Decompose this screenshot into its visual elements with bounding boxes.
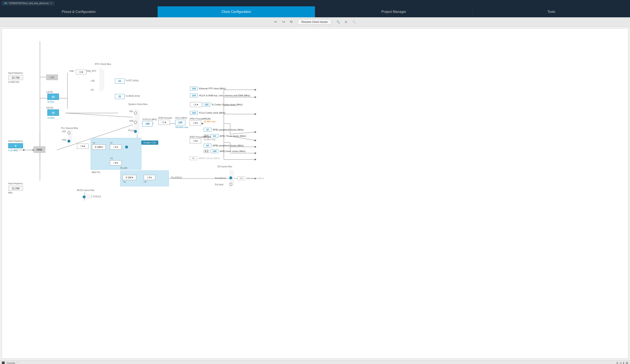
hse-bottom-freq-input[interactable]: 12.288 — [8, 186, 23, 191]
lsi-rc-unit: 32 KHz — [47, 101, 54, 103]
toolbar: ↩ ↪ ↻ Resolve Clock Issues 🔍 ⊡ 🔍 — [0, 17, 630, 27]
pll-n-dropdown[interactable]: X 168 ▾ — [92, 144, 106, 150]
pll-hsi-sel[interactable] — [68, 131, 70, 134]
undo-button[interactable]: ↩ — [274, 20, 277, 24]
lse-input-freq-label: Input frequency — [8, 72, 23, 74]
tab-close-icon[interactable]: ✕ — [50, 2, 52, 5]
sysclk-label: SYSCLK (MHz) — [142, 118, 157, 121]
sysclk-mco-label: SYSCLK — [93, 195, 101, 198]
pll-hse-label: HSE — [62, 139, 66, 141]
fit-button[interactable]: ⊡ — [345, 20, 347, 23]
plli2s-n-label: * N — [122, 181, 126, 183]
clock-48-row: 84 48MHz clocks (MHz) — [190, 156, 220, 160]
console-expand-icon[interactable]: ⌃ — [17, 362, 18, 364]
to-rtc-value: 32 — [115, 79, 124, 84]
main-pll-label: Main PLL — [92, 171, 100, 173]
pll-hse-sel[interactable] — [68, 140, 70, 143]
lsi-rc-block[interactable]: 32 — [47, 94, 59, 100]
layout-icon[interactable]: ⊞ — [626, 361, 628, 364]
mco2-sel[interactable] — [83, 195, 86, 198]
nav-clock[interactable]: Clock Configuration — [158, 6, 315, 17]
hclk-max: 168 MHz max — [175, 126, 188, 128]
hse-sys-label: HSE — [129, 120, 134, 122]
hse-bottom-input-freq-label: Input frequency — [8, 182, 23, 185]
apb2-x2: X 2 — [204, 150, 209, 153]
pll-n-label: * N — [92, 142, 95, 144]
hclk-label: HCLK (MHz) — [175, 117, 187, 119]
zoom-out-button[interactable]: 🔍 — [352, 20, 356, 23]
nav-project[interactable]: Project Manager — [315, 6, 473, 17]
pll-output-sel[interactable] — [125, 146, 128, 148]
console-label[interactable]: Console — [6, 362, 15, 364]
plli2s-r-dropdown[interactable]: / 2 ▾ — [144, 175, 155, 180]
lse-mux-label: LSE — [91, 80, 95, 82]
nav-tools[interactable]: Tools — [473, 6, 630, 17]
apb1-div-dropdown[interactable]: / 4 ▾ — [190, 120, 201, 125]
apb2-peripheral-label: APB2 peripheral clocks (MHz) — [212, 144, 244, 147]
ahb-div-dropdown[interactable]: / 1 ▾ — [158, 120, 170, 125]
lse-freq-input[interactable]: 32.768 — [8, 75, 23, 80]
sys-mux-hse-sel[interactable] — [134, 121, 137, 124]
refresh-button[interactable]: ↻ — [290, 20, 293, 24]
pclk2-label: PCLK2 — [204, 136, 211, 138]
rtc-mux[interactable] — [98, 68, 106, 92]
svg-line-22 — [230, 132, 256, 134]
pll-q-dropdown[interactable]: / 4 ▾ — [110, 160, 122, 165]
file-tab[interactable]: MX *STM32F407ZGxx_test_lora_dome.ioc ✕ — [2, 1, 54, 5]
hclk-ahb-value: 168 — [190, 94, 198, 97]
apb1-peripheral-row: 42 APB1 peripheral clocks (MHz) — [204, 128, 244, 132]
apb2-timer-row: X 2 168 APB2 timer clocks (MHz) — [204, 149, 246, 153]
hse-rtc-label: HSE — [70, 70, 74, 72]
clock-diagram: Input frequency 32.768 0-1000 KHz LSE LS… — [2, 28, 628, 358]
ethernet-ptp-row: 168 Ethernet PTP clock (MHz) — [190, 87, 226, 90]
nav-bar: Pinout & Configuration Clock Configurati… — [0, 6, 630, 17]
plli2s-label: PLLI2S — [120, 167, 127, 169]
i2s-ext-sel[interactable] — [229, 183, 232, 186]
enable-css-button[interactable]: Enable CSS — [142, 140, 158, 145]
plli2sclk2-label: PLLI2SCLK — [215, 177, 226, 179]
ethernet-ptp-value: 168 — [190, 87, 198, 90]
hse-freq-input[interactable]: 8 — [8, 143, 23, 148]
apb2-peripheral-row: 84 APB2 peripheral clocks (MHz) — [204, 144, 244, 147]
redo-button[interactable]: ↪ — [282, 20, 285, 24]
hclk-value[interactable]: 168 — [175, 120, 185, 125]
apb2-div-dropdown[interactable]: / 2 ▾ — [190, 138, 201, 143]
ethernet-ptp-label: Ethernet PTP clock (MHz) — [199, 87, 226, 90]
pll-source-mux[interactable] — [66, 129, 74, 144]
pll-p-label: / P — [110, 142, 112, 144]
apb1-timer-label: APB1 Timer clocks (MHz) — [220, 135, 246, 137]
resolve-clock-issues-button[interactable]: Resolve Clock Issues — [298, 19, 331, 25]
plli2s-n-dropdown[interactable]: X 192 ▾ — [122, 175, 136, 180]
hse-bottom-unit: MHz — [8, 192, 13, 194]
pll-p-dropdown[interactable]: / 2 ▾ — [110, 144, 122, 150]
lse-freq-range: 0-1000 KHz — [8, 81, 20, 83]
tab-bar: MX *STM32F407ZGxx_test_lora_dome.ioc ✕ — [0, 0, 630, 6]
fclk-row: 168 FCLK Cortex clock (MHz) — [190, 111, 225, 115]
sys-mux-hsi-sel[interactable] — [134, 111, 137, 114]
cortex-div-dropdown[interactable]: / 1 ▾ — [190, 102, 202, 107]
i2s-clocks-label: I2S clocks (MHz) — [246, 177, 264, 180]
apb1-prescaler-label: APB1 Prescaler — [190, 118, 204, 120]
hse-rtc-label2: HSE_RTC — [86, 70, 96, 72]
console-icon: ⬛ — [2, 362, 5, 364]
to-iwdg-label: To iWDG (KHz) — [126, 95, 140, 97]
pll-m-dropdown[interactable]: / 4 ▾ — [77, 144, 88, 149]
sys-mux-pll-sel[interactable] — [134, 130, 137, 133]
system-clock-mux-label: System Clock Mux — [128, 103, 148, 105]
i2s-plli2s-sel[interactable] — [229, 176, 232, 179]
nav-pinout[interactable]: Pinout & Configuration — [0, 6, 158, 17]
hse-input-freq-label: Input frequency — [8, 140, 23, 142]
i2s-source-mux-label: I2S source Mux — [218, 165, 232, 168]
zoom-in-button[interactable]: 🔍 — [336, 20, 340, 23]
lse-block[interactable]: LSE — [46, 75, 58, 80]
fclk-label: FCLK Cortex clock (MHz) — [199, 111, 225, 114]
hsi-rc-block[interactable]: 16 — [47, 109, 59, 116]
apb2-timer-label: APB2 timer clocks (MHz) — [220, 150, 245, 153]
hse-div2-dropdown[interactable]: / 2 ▾ — [76, 70, 86, 74]
sysclk-value[interactable]: 168 — [142, 121, 152, 127]
to-iwdg-value: 32 — [115, 94, 124, 99]
hse-block[interactable]: HSE — [34, 146, 45, 153]
plli2sclk-label: PLLI2SCLK — [171, 176, 182, 179]
clock-48-label: 48MHz clocks (MHz) — [198, 157, 220, 159]
pclk2-max: 84 MHz max — [204, 138, 216, 141]
